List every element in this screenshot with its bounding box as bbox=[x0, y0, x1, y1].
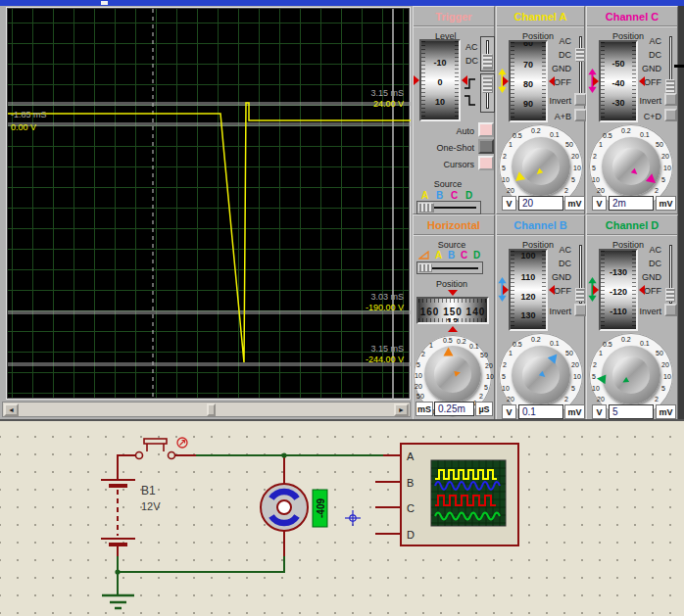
cursor-volt-readout: -244.00 V bbox=[366, 355, 404, 364]
dc-label: DC bbox=[465, 56, 478, 66]
knob-scale-label: 1 bbox=[599, 141, 603, 148]
slider-thumb[interactable] bbox=[418, 203, 434, 213]
invert-label: Invert bbox=[620, 96, 661, 106]
cursor-volt-readout: -190.00 V bbox=[366, 303, 404, 312]
knob-scale-label: 5 bbox=[571, 385, 575, 392]
knob-scale-label: 2 bbox=[655, 396, 659, 403]
source-a-label: A bbox=[435, 250, 442, 261]
level-marker-left bbox=[414, 75, 419, 85]
wheel-marker-left bbox=[593, 76, 599, 86]
switch-actuator-icon[interactable] bbox=[177, 438, 187, 448]
channel-c-sum-button[interactable] bbox=[664, 109, 677, 121]
knob-scale-label: 2 bbox=[564, 187, 568, 194]
wheel-marker-left bbox=[593, 285, 599, 295]
channel-d-gain-value[interactable]: 5 bbox=[609, 404, 654, 419]
trigger-edge-toggle[interactable] bbox=[480, 73, 495, 113]
ground-symbol bbox=[102, 595, 134, 608]
slider-thumb[interactable] bbox=[575, 48, 585, 62]
edge-tick bbox=[674, 65, 684, 68]
knob-scale-label: 20 bbox=[415, 383, 422, 390]
channel-d-invert-button[interactable] bbox=[664, 304, 677, 316]
wire-junction bbox=[115, 569, 120, 574]
one-shot-label: One-Shot bbox=[415, 143, 474, 153]
millivolts-unit-label: mV bbox=[656, 404, 676, 419]
dc-label: DC bbox=[536, 50, 571, 60]
pin-a-label: A bbox=[407, 450, 415, 462]
slider-thumb[interactable] bbox=[665, 288, 675, 302]
scope-display-overlay: 3.15 mS 24.00 V -1.85 mS 0.00 V 3.03 mS … bbox=[8, 9, 411, 400]
microseconds-unit-label: µS bbox=[475, 402, 493, 416]
channel-b-gain-value[interactable]: 0.1 bbox=[518, 404, 563, 419]
scope-display: 3.15 mS 24.00 V -1.85 mS 0.00 V 3.03 mS … bbox=[7, 8, 410, 399]
knob-scale-label: 2 bbox=[479, 393, 483, 400]
ac-label: AC bbox=[626, 245, 661, 255]
slider-thumb[interactable] bbox=[418, 263, 432, 272]
toggle-thumb[interactable] bbox=[482, 76, 493, 93]
sum-label: C+D bbox=[620, 112, 661, 121]
horizontal-panel-title: Horizontal bbox=[414, 215, 494, 236]
volts-unit-label: V bbox=[502, 404, 516, 419]
toggle-thumb[interactable] bbox=[482, 54, 493, 70]
knob-scale-label: 20 bbox=[485, 362, 493, 369]
ac-label: AC bbox=[536, 245, 571, 255]
horizontal-position-wheel[interactable]: 160 150 140 13 bbox=[416, 297, 489, 324]
hwheel-marker-top bbox=[448, 290, 458, 296]
channel-a-gain-value[interactable]: 20 bbox=[518, 196, 563, 211]
source-label: Source bbox=[414, 179, 482, 189]
knob-scale-label: 0.2 bbox=[531, 127, 541, 134]
source-d-label: D bbox=[473, 250, 480, 261]
wheel-marker-left bbox=[503, 76, 509, 86]
auto-button[interactable] bbox=[478, 122, 494, 137]
knob-scale-label: 0.2 bbox=[621, 127, 631, 134]
display-scrollbar[interactable]: ◄ ► bbox=[2, 402, 411, 417]
trigger-panel-title: Trigger bbox=[414, 7, 494, 27]
knob-scale-label: 20 bbox=[507, 396, 514, 403]
one-shot-button[interactable] bbox=[478, 139, 494, 154]
knob-scale-label: 50 bbox=[565, 141, 573, 148]
source-a-label: A bbox=[421, 190, 428, 201]
scroll-left-button[interactable]: ◄ bbox=[4, 403, 19, 416]
voltage-cursors[interactable] bbox=[8, 103, 411, 365]
trigger-level-wheel[interactable]: -10 0 10 bbox=[419, 39, 461, 121]
push-button-switch[interactable] bbox=[136, 439, 175, 459]
knob-scale-label: 5 bbox=[592, 373, 596, 380]
horizontal-source-slider[interactable] bbox=[416, 261, 483, 274]
knob-scale-label: 5 bbox=[661, 385, 665, 392]
trigger-source-slider[interactable] bbox=[416, 201, 481, 214]
knob-scale-label: 5 bbox=[484, 384, 488, 391]
rising-edge-icon bbox=[463, 77, 477, 90]
channel-b-title: Channel B bbox=[497, 215, 584, 236]
trigger-panel: Trigger Level -10 0 10 AC DC Auto One-Sh… bbox=[413, 6, 495, 214]
timebase-value[interactable]: 0.25m bbox=[434, 402, 474, 416]
source-c-label: C bbox=[451, 190, 458, 201]
knob-scale-label: 50 bbox=[416, 393, 424, 400]
oscilloscope-part[interactable]: A B C D bbox=[401, 444, 518, 545]
slider-thumb[interactable] bbox=[665, 79, 675, 93]
pin-d-label: D bbox=[407, 529, 415, 541]
knob-scale-label: 2 bbox=[503, 361, 507, 368]
channel-c-gain-value[interactable]: 2m bbox=[609, 196, 654, 211]
scrollbar-thumb[interactable] bbox=[207, 403, 216, 416]
off-label: OFF bbox=[626, 77, 661, 87]
channel-a-title: Channel A bbox=[497, 7, 584, 27]
knob-scale-label: 5 bbox=[571, 176, 575, 183]
channel-d-coupling-slider[interactable] bbox=[664, 245, 677, 304]
knob-scale-label: 10 bbox=[486, 373, 494, 380]
knob-scale-label: 0.2 bbox=[457, 338, 466, 345]
millivolts-unit-label: mV bbox=[564, 404, 585, 419]
horizontal-panel: Horizontal Source A B C D Position 160 1… bbox=[413, 214, 495, 420]
cursors-button[interactable] bbox=[478, 156, 494, 170]
channel-a-trace bbox=[8, 103, 411, 362]
slider-thumb[interactable] bbox=[575, 288, 585, 302]
trigger-coupling-toggle[interactable] bbox=[480, 36, 495, 71]
source-b-label: B bbox=[448, 250, 455, 261]
knob-scale-label: 20 bbox=[507, 187, 514, 194]
pin-b-label: B bbox=[407, 477, 414, 489]
channel-c-title: Channel C bbox=[587, 7, 677, 27]
scroll-right-button[interactable]: ► bbox=[394, 403, 409, 416]
battery-symbol[interactable] bbox=[101, 480, 135, 545]
knob-scale-label: 0.1 bbox=[550, 131, 560, 138]
auto-label: Auto bbox=[415, 126, 474, 136]
cursor-time-readout: 3.15 mS bbox=[370, 88, 404, 98]
channel-c-invert-button[interactable] bbox=[664, 93, 677, 106]
